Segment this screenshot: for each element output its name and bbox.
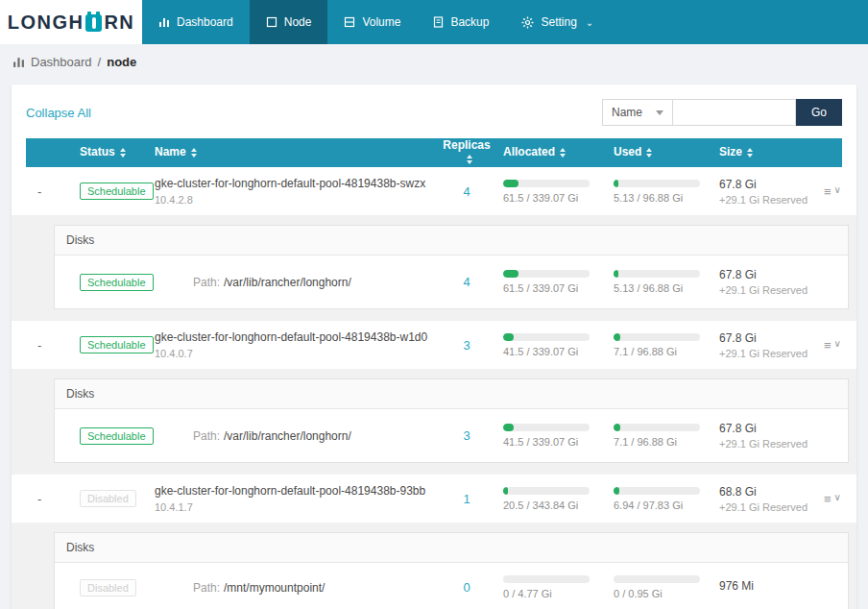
disks-expanded-section: Disks Schedulable Path:/var/lib/rancher/… [12,215,856,321]
logo-text-suffix: RN [104,12,134,34]
top-navbar: LONGH RN Dashboard Node Volume Bac [0,0,868,44]
used-label: 7.1 / 96.88 Gi [614,346,711,357]
sort-icon[interactable] [560,145,566,160]
replica-count-link[interactable]: 3 [463,428,470,443]
disk-row: Schedulable Path:/var/lib/rancher/longho… [55,256,848,308]
disk-path: /var/lib/rancher/longhorn/ [224,276,351,289]
node-name: gke-cluster-for-longhorn-default-pool-48… [155,330,438,344]
node-row: - Schedulable gke-cluster-for-longhorn-d… [26,167,842,215]
node-name: gke-cluster-for-longhorn-default-pool-48… [155,484,438,498]
row-menu-button[interactable]: ≡∨ [824,338,842,353]
column-header-status[interactable]: Status [55,145,143,160]
replica-count-link[interactable]: 4 [463,184,470,199]
disk-row: Disabled Path:/mnt/mymountpoint/ 0 0 / 4… [55,563,848,609]
expand-toggle[interactable]: - [26,338,55,353]
node-ip: 10.4.2.8 [155,194,438,206]
column-header-name[interactable]: Name [143,145,438,160]
bar-chart-icon [158,16,170,28]
allocated-label: 41.5 / 339.07 Gi [503,346,606,357]
status-badge: Disabled [80,490,136,507]
filter-field-select[interactable]: Name [602,99,673,126]
nav-label-node: Node [284,15,312,29]
replica-count-link[interactable]: 1 [463,492,470,506]
allocated-bar [503,180,590,187]
column-header-size[interactable]: Size [711,145,824,160]
nav-item-dashboard[interactable]: Dashboard [142,0,250,44]
allocated-label: 20.5 / 343.84 Gi [503,499,606,511]
longhorn-logo: LONGH RN [0,0,142,44]
size-reserved: +29.1 Gi Reserved [719,438,848,450]
size-value: 68.8 Gi [719,485,824,499]
sort-icon[interactable] [467,152,472,167]
disks-section-title: Disks [55,226,848,256]
sort-icon[interactable] [747,145,753,160]
collapse-all-link[interactable]: Collapse All [26,106,91,120]
chevron-down-icon: ∨ [834,492,841,502]
disks-section-title: Disks [55,379,848,409]
sort-icon[interactable] [120,145,126,160]
disks-expanded-section: Disks Disabled Path:/mnt/mymountpoint/ 0… [12,523,856,609]
disk-path: /mnt/mymountpoint/ [224,581,325,595]
breadcrumb-current: node [107,55,136,69]
nav-item-node[interactable]: Node [250,0,328,44]
row-menu-button[interactable]: ≡∨ [824,184,842,199]
used-bar [614,270,700,278]
backup-document-icon [433,16,444,28]
sort-icon[interactable] [191,145,197,160]
used-bar [614,180,700,187]
node-icon [266,16,277,28]
used-label: 6.94 / 97.83 Gi [614,499,711,511]
breadcrumb-separator: / [98,55,102,69]
filter-field-value: Name [612,106,642,119]
path-label: Path: [193,581,220,595]
nav-label-volume: Volume [362,15,400,29]
chevron-down-icon: ∨ [834,184,841,195]
expand-toggle[interactable]: - [26,184,55,199]
replica-count-link[interactable]: 4 [463,275,470,289]
go-button[interactable]: Go [796,99,842,126]
size-reserved: +29.1 Gi Reserved [719,501,824,513]
used-label: 0 / 0.95 Gi [614,588,711,599]
disk-row: Schedulable Path:/var/lib/rancher/longho… [55,409,848,462]
size-reserved: +29.1 Gi Reserved [719,348,824,359]
breadcrumb-root[interactable]: Dashboard [31,55,92,69]
column-header-allocated[interactable]: Allocated [495,145,606,160]
node-name: gke-cluster-for-longhorn-default-pool-48… [155,177,438,190]
replica-count-link[interactable]: 0 [463,580,470,595]
used-label: 7.1 / 96.88 Gi [614,436,711,448]
nav-label-setting: Setting [541,15,576,29]
table-toolbar: Collapse All Name Go [26,99,842,126]
allocated-label: 0 / 4.77 Gi [503,588,606,599]
nav-label-backup: Backup [450,15,489,29]
allocated-bar [503,424,590,431]
status-badge: Disabled [80,579,136,597]
column-header-used[interactable]: Used [606,145,711,160]
row-menu-button[interactable]: ≡∨ [824,492,842,506]
node-row: - Disabled gke-cluster-for-longhorn-defa… [26,475,842,523]
column-header-replicas[interactable]: Replicas [438,138,495,167]
size-value: 67.8 Gi [719,422,848,435]
node-ip: 10.4.1.7 [155,501,438,513]
path-label: Path: [193,276,220,289]
allocated-bar [503,270,590,278]
allocated-label: 61.5 / 339.07 Gi [503,192,606,204]
nav-menu: Dashboard Node Volume Backup Setting ⌄ [142,0,610,44]
sort-icon[interactable] [646,145,652,160]
size-reserved: +29.1 Gi Reserved [719,194,824,206]
replica-count-link[interactable]: 3 [463,338,470,353]
disks-expanded-section: Disks Schedulable Path:/var/lib/rancher/… [12,369,856,475]
nav-label-dashboard: Dashboard [177,15,233,29]
size-value: 67.8 Gi [719,268,848,281]
logo-text-prefix: LONGH [8,12,84,34]
nav-item-setting[interactable]: Setting ⌄ [505,0,610,44]
hamburger-icon: ≡ [824,184,832,199]
size-reserved: +29.1 Gi Reserved [719,284,848,296]
nav-item-backup[interactable]: Backup [417,0,505,44]
gear-icon [521,16,534,29]
hamburger-icon: ≡ [824,492,832,506]
search-input[interactable] [673,99,796,126]
nav-item-volume[interactable]: Volume [327,0,417,44]
allocated-bar [503,487,590,495]
allocated-label: 61.5 / 339.07 Gi [503,282,606,294]
expand-toggle[interactable]: - [26,492,55,506]
